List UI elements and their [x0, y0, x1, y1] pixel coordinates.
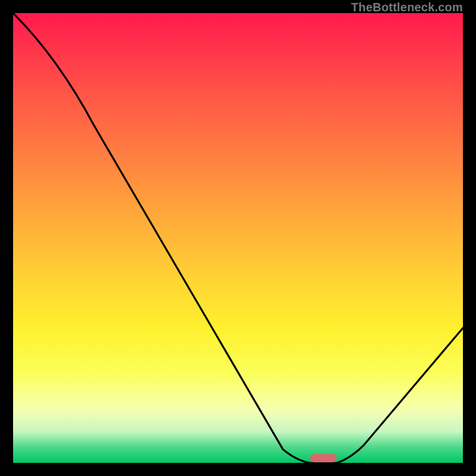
curve-path [13, 13, 463, 463]
watermark-text: TheBottleneck.com [351, 1, 463, 14]
chart-frame: TheBottleneck.com [0, 0, 476, 476]
bottleneck-curve [13, 13, 463, 463]
optimal-marker [310, 454, 337, 462]
chart-plot-area [13, 13, 463, 463]
